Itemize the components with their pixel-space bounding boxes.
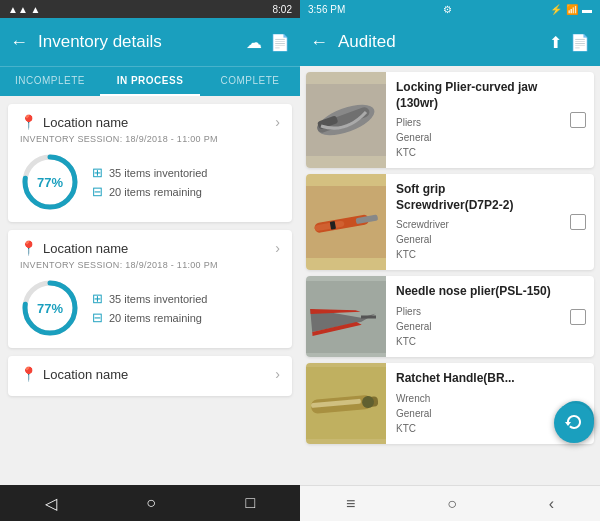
chevron-right-2[interactable]: › xyxy=(275,240,280,256)
tool-image-screwdriver xyxy=(306,174,386,270)
tool-meta-ratchet: Wrench General KTC xyxy=(396,391,552,436)
tool-card-plier[interactable]: Locking Plier-curved jaw (130wr) Pliers … xyxy=(306,72,594,168)
right-content: Locking Plier-curved jaw (130wr) Pliers … xyxy=(300,66,600,485)
fab-refresh-icon xyxy=(563,412,585,434)
right-status-bar: 3:56 PM ⚙ ⚡ 📶 ▬ xyxy=(300,0,600,18)
tool-subcategory-needle: General xyxy=(396,319,552,334)
location-name-3: Location name xyxy=(43,367,128,382)
session-info-1: INVENTORY SESSION: 18/9/2018 - 11:00 PM xyxy=(20,134,280,144)
tool-info-ratchet: Ratchet Handle(BR... Wrench General KTC xyxy=(386,363,562,444)
right-doc-icon[interactable]: 📄 xyxy=(570,33,590,52)
tool-info-needle: Needle nose plier(PSL-150) Pliers Genera… xyxy=(386,276,562,357)
chevron-right-3[interactable]: › xyxy=(275,366,280,382)
tab-incomplete[interactable]: INCOMPLETE xyxy=(0,67,100,96)
tool-card-ratchet[interactable]: Ratchet Handle(BR... Wrench General KTC xyxy=(306,363,594,444)
tool-checkbox-screwdriver[interactable] xyxy=(562,174,594,270)
left-header: ← Inventory details ☁ 📄 xyxy=(0,18,300,66)
location-pin-1: 📍 xyxy=(20,114,37,130)
right-back-icon[interactable]: ← xyxy=(310,32,328,53)
right-nav-bar: ≡ ○ ‹ xyxy=(300,485,600,521)
right-upload-icon[interactable]: ⬆ xyxy=(549,33,562,52)
needle-svg xyxy=(306,281,386,353)
stats-items-1: ⊞ 35 items inventoried ⊟ 20 items remain… xyxy=(92,165,207,199)
location-card-2: 📍 Location name › INVENTORY SESSION: 18/… xyxy=(8,230,292,348)
tab-in-process[interactable]: IN PROCESS xyxy=(100,67,200,96)
ratchet-svg xyxy=(306,367,386,439)
left-title: Inventory details xyxy=(38,32,246,52)
stat-inventoried-1: ⊞ 35 items inventoried xyxy=(92,165,207,180)
tool-name-screwdriver: Soft grip Screwdriver(D7P2-2) xyxy=(396,182,552,213)
tool-card-needle[interactable]: Needle nose plier(PSL-150) Pliers Genera… xyxy=(306,276,594,357)
chevron-right-1[interactable]: › xyxy=(275,114,280,130)
right-status-icons: ⚡ 📶 ▬ xyxy=(550,4,592,15)
tool-image-ratchet xyxy=(306,363,386,444)
tool-name-needle: Needle nose plier(PSL-150) xyxy=(396,284,552,300)
tool-meta-plier: Pliers General KTC xyxy=(396,115,552,160)
nav-recent-btn[interactable]: □ xyxy=(246,494,256,512)
tool-checkbox-needle[interactable] xyxy=(562,276,594,357)
right-nav-home[interactable]: ○ xyxy=(447,495,457,513)
location-pin-2: 📍 xyxy=(20,240,37,256)
tool-subcategory-plier: General xyxy=(396,130,552,145)
right-header-icons: ⬆ 📄 xyxy=(549,33,590,52)
left-status-bar: ▲▲ ▲ 8:02 xyxy=(0,0,300,18)
right-settings-icon: ⚙ xyxy=(443,4,452,15)
stat-icon-1: ⊞ xyxy=(92,165,103,180)
location-name-2: Location name xyxy=(43,241,128,256)
tool-meta-screwdriver: Screwdriver General KTC xyxy=(396,217,552,262)
stat-icon-2: ⊟ xyxy=(92,184,103,199)
stat-icon-3: ⊞ xyxy=(92,291,103,306)
stat-remaining-label-1: 20 items remaining xyxy=(109,186,202,198)
tool-info-screwdriver: Soft grip Screwdriver(D7P2-2) Screwdrive… xyxy=(386,174,562,270)
left-cloud-icon[interactable]: ☁ xyxy=(246,33,262,52)
left-signal: ▲▲ ▲ xyxy=(8,4,40,15)
tool-category-plier: Pliers xyxy=(396,115,552,130)
session-info-2: INVENTORY SESSION: 18/9/2018 - 11:00 PM xyxy=(20,260,280,270)
stat-remaining-1: ⊟ 20 items remaining xyxy=(92,184,207,199)
progress-label-1: 77% xyxy=(37,175,63,190)
stat-icon-4: ⊟ xyxy=(92,310,103,325)
tool-subcategory-screwdriver: General xyxy=(396,232,552,247)
tool-brand-screwdriver: KTC xyxy=(396,247,552,262)
left-nav-bar: ◁ ○ □ xyxy=(0,485,300,521)
left-panel: ▲▲ ▲ 8:02 ← Inventory details ☁ 📄 INCOMP… xyxy=(0,0,300,521)
right-battery-icon: ▬ xyxy=(582,4,592,15)
tool-category-ratchet: Wrench xyxy=(396,391,552,406)
right-wifi-icon: 📶 xyxy=(566,4,578,15)
nav-back-btn[interactable]: ◁ xyxy=(45,494,57,513)
tool-meta-needle: Pliers General KTC xyxy=(396,304,552,349)
location-card-3: 📍 Location name › xyxy=(8,356,292,396)
right-header: ← Audited ⬆ 📄 xyxy=(300,18,600,66)
stat-remaining-label-2: 20 items remaining xyxy=(109,312,202,324)
tab-complete[interactable]: COMPLETE xyxy=(200,67,300,96)
tool-image-needle xyxy=(306,276,386,357)
tool-card-screwdriver[interactable]: Soft grip Screwdriver(D7P2-2) Screwdrive… xyxy=(306,174,594,270)
tool-brand-ratchet: KTC xyxy=(396,421,552,436)
right-title: Audited xyxy=(338,32,549,52)
tool-category-needle: Pliers xyxy=(396,304,552,319)
location-pin-3: 📍 xyxy=(20,366,37,382)
left-header-icons: ☁ 📄 xyxy=(246,33,290,52)
left-tabs: INCOMPLETE IN PROCESS COMPLETE xyxy=(0,66,300,96)
location-row-2: 📍 Location name › xyxy=(20,240,280,256)
progress-circle-2: 77% xyxy=(20,278,80,338)
right-nav-back[interactable]: ‹ xyxy=(549,495,554,513)
checkbox-plier[interactable] xyxy=(570,112,586,128)
location-row-3: 📍 Location name › xyxy=(20,366,280,382)
left-doc-icon[interactable]: 📄 xyxy=(270,33,290,52)
tool-checkbox-plier[interactable] xyxy=(562,72,594,168)
location-name-1: Location name xyxy=(43,115,128,130)
stat-inventoried-2: ⊞ 35 items inventoried xyxy=(92,291,207,306)
inventory-stats-1: 77% ⊞ 35 items inventoried ⊟ 20 items re… xyxy=(20,152,280,212)
checkbox-screwdriver[interactable] xyxy=(570,214,586,230)
fab-main-button[interactable] xyxy=(554,403,594,443)
tool-name-ratchet: Ratchet Handle(BR... xyxy=(396,371,552,387)
screwdriver-svg xyxy=(306,186,386,258)
right-nav-menu[interactable]: ≡ xyxy=(346,495,355,513)
left-back-icon[interactable]: ← xyxy=(10,32,28,53)
tool-brand-needle: KTC xyxy=(396,334,552,349)
nav-home-btn[interactable]: ○ xyxy=(146,494,156,512)
right-bluetooth-icon: ⚡ xyxy=(550,4,562,15)
location-row-1: 📍 Location name › xyxy=(20,114,280,130)
checkbox-needle[interactable] xyxy=(570,309,586,325)
